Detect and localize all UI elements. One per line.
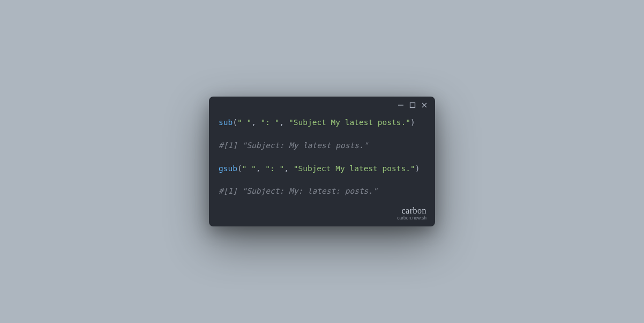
token-string: "Subject My latest posts." [294, 164, 415, 173]
brand-url: carbon.now.sh [397, 216, 426, 221]
token-comment: #[1] "Subject: My latest posts." [219, 141, 368, 150]
token-punct: , [284, 164, 293, 173]
code-window: sub(" ", ": ", "Subject My latest posts.… [209, 97, 435, 226]
minimize-icon[interactable] [398, 102, 404, 108]
token-string: " " [237, 118, 251, 127]
token-function: sub [219, 118, 233, 127]
token-punct: , [280, 118, 289, 127]
token-string: ": " [261, 118, 280, 127]
window-titlebar [209, 97, 435, 112]
code-area: sub(" ", ": ", "Subject My latest posts.… [209, 112, 435, 217]
brand-name: carbon [397, 207, 426, 215]
token-punct: , [256, 164, 265, 173]
token-string: "Subject My latest posts." [289, 118, 410, 127]
close-icon[interactable] [421, 102, 428, 108]
token-punct: ) [415, 164, 420, 173]
branding: carbon carbon.now.sh [397, 207, 426, 221]
token-comment: #[1] "Subject: My: latest: posts." [219, 187, 378, 195]
token-string: ": " [265, 164, 284, 173]
token-function: gsub [219, 164, 237, 173]
token-punct: , [251, 118, 260, 127]
token-string: " " [242, 164, 256, 173]
code-line: #[1] "Subject: My latest posts." [219, 140, 425, 152]
code-line: gsub(" ", ": ", "Subject My latest posts… [219, 163, 425, 175]
code-line: sub(" ", ": ", "Subject My latest posts.… [219, 117, 425, 129]
svg-rect-1 [410, 103, 415, 108]
maximize-icon[interactable] [409, 102, 416, 108]
code-line: #[1] "Subject: My: latest: posts." [219, 186, 425, 197]
token-punct: ( [237, 164, 242, 173]
token-punct: ) [410, 118, 415, 127]
token-punct: ( [233, 118, 237, 127]
